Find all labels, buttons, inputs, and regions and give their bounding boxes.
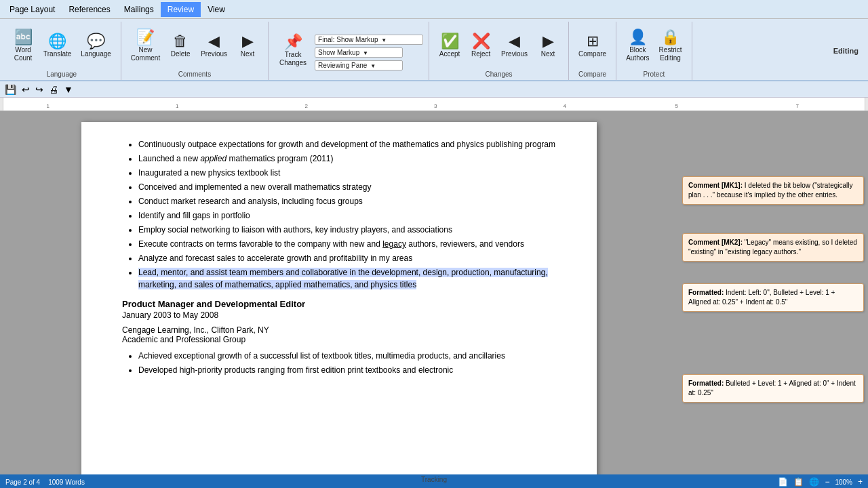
- next-change-label: Next: [541, 50, 555, 58]
- ribbon-group-protect: 👤 BlockAuthors 🔒 RestrictEditing Protect: [616, 22, 692, 80]
- restrict-editing-button[interactable]: 🔒 RestrictEditing: [655, 27, 686, 65]
- list-item: Inaugurated a new physics textbook list: [138, 167, 556, 179]
- restrict-editing-label: RestrictEditing: [659, 46, 682, 62]
- quick-access-toolbar: 💾 ↩ ↪ 🖨 ▼: [0, 81, 868, 98]
- previous-change-button[interactable]: ◀ Previous: [497, 31, 532, 61]
- menu-review[interactable]: Review: [161, 2, 201, 17]
- ruler: 1 1 2 3 4 5 7: [0, 98, 868, 111]
- ribbon-group-comments: 📝 NewComment 🗑 Delete ◀ Previous ▶ Next …: [121, 22, 269, 80]
- next-comment-icon: ▶: [242, 34, 254, 49]
- doc-scroll-container[interactable]: Continuously outpace expectations for gr…: [0, 111, 678, 474]
- next-change-button[interactable]: ▶ Next: [533, 31, 563, 61]
- accept-icon: ✅: [441, 34, 459, 49]
- reviewing-pane-row: Reviewing Pane ▼: [315, 60, 423, 70]
- track-changes-icon: 📌: [284, 35, 302, 49]
- translate-button[interactable]: 🌐 Translate: [39, 31, 75, 61]
- block-authors-button[interactable]: 👤 BlockAuthors: [622, 27, 653, 65]
- track-changes-label: TrackChanges: [279, 51, 307, 67]
- next-change-icon: ▶: [542, 34, 554, 49]
- previous-comment-icon: ◀: [208, 34, 220, 49]
- compare-icon: ⊞: [587, 34, 599, 49]
- next-comment-label: Next: [241, 50, 255, 58]
- show-markup-dropdown[interactable]: Show Markup ▼: [315, 47, 403, 58]
- block-authors-label: BlockAuthors: [626, 46, 649, 62]
- status-view-full[interactable]: 📋: [793, 477, 804, 487]
- document-page: Continuously outpace expectations for gr…: [81, 122, 597, 474]
- delete-comment-button[interactable]: 🗑 Delete: [165, 31, 195, 61]
- qat-save[interactable]: 💾: [3, 83, 18, 96]
- zoom-in-button[interactable]: +: [858, 477, 863, 487]
- zoom-out-button[interactable]: −: [825, 477, 829, 487]
- status-view-web[interactable]: 🌐: [809, 477, 819, 487]
- menu-references[interactable]: References: [62, 2, 117, 17]
- changes-group-label: Changes: [486, 70, 513, 80]
- word-count-button[interactable]: 🔤 WordCount: [8, 27, 38, 65]
- qat-more[interactable]: ▼: [62, 83, 75, 96]
- track-changes-button[interactable]: 📌 TrackChanges: [274, 32, 312, 70]
- format-box-2: Formatted: Bulleted + Level: 1 + Aligned…: [682, 374, 864, 403]
- previous-comment-button[interactable]: ◀ Previous: [197, 31, 231, 61]
- italic-text: applied: [200, 154, 226, 163]
- ruler-inner: 1 1 2 3 4 5 7: [3, 98, 865, 110]
- proofing-group-label: Language: [47, 70, 77, 80]
- qat-undo[interactable]: ↩: [20, 83, 32, 96]
- language-button[interactable]: 💬 Language: [77, 31, 115, 61]
- menu-view[interactable]: View: [201, 2, 232, 17]
- ribbon-group-changes: ✅ Accept ❌ Reject ◀ Previous ▶ Next Chan…: [429, 22, 569, 80]
- list-item: Launched a new applied mathematics progr…: [138, 152, 556, 165]
- new-comment-button[interactable]: 📝 NewComment: [127, 27, 164, 65]
- word-count-label: WordCount: [14, 46, 33, 62]
- company-name: Cengage Learning, Inc., Clifton Park, NY: [122, 325, 556, 335]
- zoom-level: 100%: [835, 479, 852, 486]
- language-label: Language: [81, 50, 111, 58]
- status-page: Page 2 of 4: [5, 479, 40, 486]
- bullet-list-2: Achieved exceptional growth of a success…: [122, 350, 556, 376]
- section-title: Product Manager and Developmental Editor: [122, 299, 556, 309]
- list-item: Execute contracts on terms favorable to …: [138, 238, 556, 250]
- language-icon: 💬: [87, 34, 105, 49]
- reject-label: Reject: [471, 50, 490, 58]
- show-markup-dropdown-row: Final: Show Markup ▼: [315, 35, 423, 45]
- qat-print[interactable]: 🖨: [47, 83, 60, 96]
- previous-comment-label: Previous: [201, 50, 227, 58]
- comment-mk2: Comment [MK2]: "Legacy" means existing, …: [682, 233, 864, 262]
- tracked-change-text: Lead, mentor, and assist team members an…: [138, 268, 548, 289]
- list-item: Conduct market research and analysis, in…: [138, 195, 556, 207]
- delete-comment-label: Delete: [171, 50, 191, 58]
- word-count-icon: 🔤: [14, 30, 33, 45]
- qat-redo[interactable]: ↪: [33, 83, 45, 96]
- list-item: Analyze and forecast sales to accelerate…: [138, 252, 556, 264]
- underline-legacy: legacy: [382, 239, 406, 249]
- show-markup-row: Show Markup ▼: [315, 47, 423, 58]
- compare-group-label: Compare: [578, 70, 606, 80]
- protect-group-label: Protect: [643, 70, 665, 80]
- translate-label: Translate: [43, 50, 71, 58]
- previous-change-icon: ◀: [509, 34, 520, 49]
- compare-label: Compare: [578, 50, 606, 58]
- company-group: Academic and Professional Group: [122, 335, 556, 344]
- comment-mk2-label: Comment [MK2]:: [688, 239, 743, 246]
- status-right: 📄 📋 🌐 − 100% +: [778, 477, 863, 487]
- delete-comment-icon: 🗑: [173, 34, 188, 49]
- section-dates: January 2003 to May 2008: [122, 310, 556, 320]
- menu-page-layout[interactable]: Page Layout: [3, 2, 62, 17]
- menu-mailings[interactable]: Mailings: [117, 2, 161, 17]
- reject-button[interactable]: ❌ Reject: [466, 31, 496, 61]
- document-area: Continuously outpace expectations for gr…: [0, 111, 868, 474]
- ribbon-group-tracking: 📌 TrackChanges Final: Show Markup ▼ Show…: [269, 22, 429, 80]
- next-comment-button[interactable]: ▶ Next: [233, 31, 262, 61]
- status-left: Page 2 of 4 1009 Words: [5, 479, 85, 486]
- reviewing-pane-dropdown[interactable]: Reviewing Pane ▼: [315, 60, 403, 70]
- list-item: Employ social networking to liaison with…: [138, 224, 556, 236]
- accept-button[interactable]: ✅ Accept: [435, 31, 465, 61]
- ribbon: 🔤 WordCount 🌐 Translate 💬 Language Langu…: [0, 19, 868, 81]
- list-item: Developed high-priority products ranging…: [138, 364, 556, 376]
- restrict-editing-icon: 🔒: [661, 30, 679, 45]
- translate-icon: 🌐: [48, 34, 66, 49]
- menu-bar: Page Layout References Mailings Review V…: [0, 0, 868, 19]
- status-view-print[interactable]: 📄: [778, 477, 788, 487]
- ribbon-group-proofing: 🔤 WordCount 🌐 Translate 💬 Language Langu…: [3, 22, 121, 80]
- final-show-markup-dropdown[interactable]: Final: Show Markup ▼: [315, 35, 423, 45]
- previous-change-label: Previous: [501, 50, 528, 58]
- compare-button[interactable]: ⊞ Compare: [574, 31, 610, 61]
